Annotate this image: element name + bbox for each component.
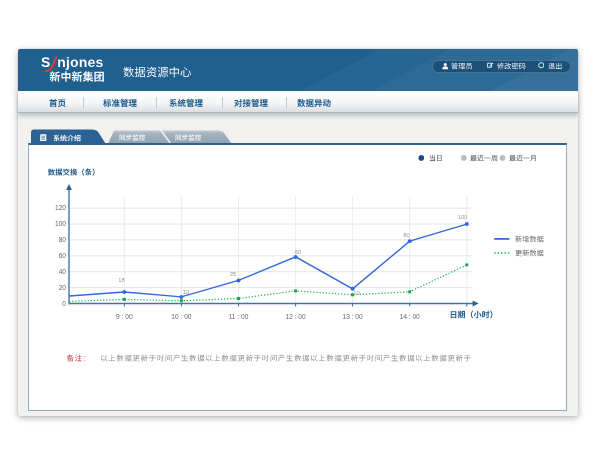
- svg-text:10: 10: [183, 289, 189, 295]
- svg-text:10 : 00: 10 : 00: [171, 313, 191, 320]
- svg-text:40: 40: [59, 268, 67, 275]
- svg-text:80: 80: [59, 236, 67, 243]
- svg-text:0: 0: [62, 300, 66, 307]
- svg-text:14 : 00: 14 : 00: [400, 313, 420, 320]
- svg-text:60: 60: [295, 249, 301, 255]
- svg-text:18: 18: [118, 277, 124, 283]
- svg-text:60: 60: [59, 252, 67, 259]
- svg-text:12 : 00: 12 : 00: [286, 313, 306, 320]
- svg-text:9 : 00: 9 : 00: [116, 313, 133, 320]
- svg-text:100: 100: [458, 214, 468, 220]
- svg-text:35: 35: [230, 271, 236, 277]
- svg-text:100: 100: [55, 220, 66, 227]
- svg-text:120: 120: [55, 204, 66, 211]
- svg-text:20: 20: [59, 284, 67, 291]
- svg-text:10: 10: [353, 290, 359, 296]
- svg-text:13 : 00: 13 : 00: [343, 313, 363, 320]
- svg-text:11 : 00: 11 : 00: [229, 313, 249, 320]
- svg-text:80: 80: [403, 232, 409, 238]
